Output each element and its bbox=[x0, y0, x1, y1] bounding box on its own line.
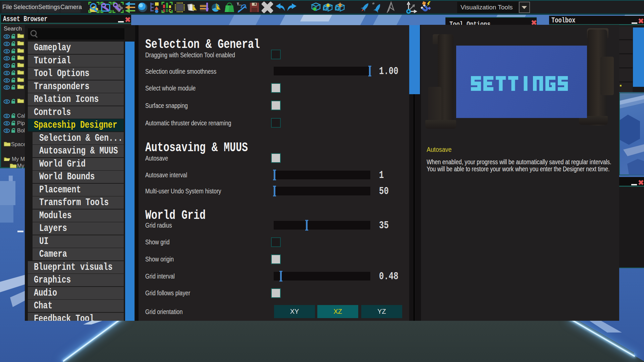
svg-text:T...: T... bbox=[237, 2, 242, 6]
svg-text:B: B bbox=[166, 9, 168, 13]
